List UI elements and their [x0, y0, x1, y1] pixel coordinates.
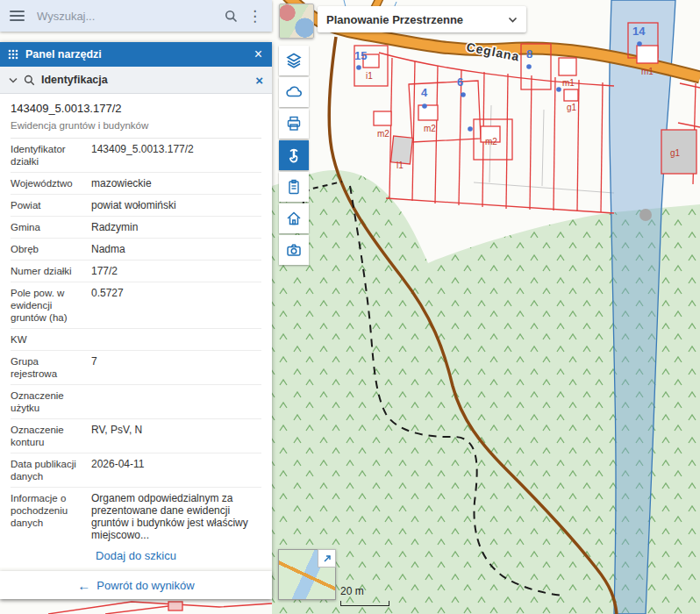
cloud-button[interactable]: [279, 77, 309, 107]
row-label: Data publikacji danych: [11, 458, 91, 482]
row-label: Oznaczenie użytku: [11, 389, 91, 414]
row-value: Radzymin: [91, 221, 261, 233]
building-label: m2: [424, 124, 436, 133]
table-row: Oznaczenie użytku: [11, 385, 261, 419]
chevron-down-icon: [508, 17, 518, 23]
scale-line: [340, 601, 389, 606]
table-row: Województwo mazowieckie: [11, 173, 261, 195]
map-toolbar: [279, 46, 309, 265]
building-label: m1: [562, 78, 575, 88]
cloud-icon: [285, 83, 303, 101]
layers-icon: [285, 52, 303, 69]
row-value: 177/2: [91, 265, 261, 277]
chevron-down-icon[interactable]: [9, 77, 18, 83]
building-label: g1: [567, 103, 577, 112]
address-number: 15: [354, 49, 367, 62]
row-label: Pole pow. w ewidencji gruntów (ha): [11, 287, 91, 324]
identify-tap-icon: [285, 146, 303, 164]
row-value: powiat wołomiński: [91, 199, 261, 211]
table-row: Grupa rejestrowa 7: [11, 351, 261, 385]
row-label: Oznaczenie konturu: [11, 424, 91, 448]
row-value: [91, 333, 261, 346]
camera-icon: [285, 241, 303, 259]
building-label: m2: [377, 129, 389, 139]
search-input[interactable]: [35, 9, 219, 24]
read-more-link[interactable]: Czytaj więcej: [91, 542, 261, 543]
identify-tool-icon: [24, 75, 35, 86]
row-label: Województwo: [11, 177, 91, 189]
building-label: i1: [396, 161, 404, 170]
basemap-thumbnail[interactable]: [279, 4, 314, 39]
survey-point: [639, 209, 652, 221]
scale-bar: 20 m: [340, 582, 389, 606]
row-value: Organem odpowiedzialnym za prezentowane …: [91, 492, 261, 543]
table-row: Data publikacji danych 2026-04-11: [11, 453, 261, 488]
more-options-icon[interactable]: ⋮: [243, 9, 272, 24]
building-label: m2: [485, 137, 497, 146]
table-row-origin: Informacje o pochodzeniu danych Organem …: [11, 488, 261, 543]
identification-close-icon[interactable]: ×: [255, 73, 263, 88]
printer-icon: [285, 115, 303, 132]
home-report-button[interactable]: [279, 203, 309, 233]
camera-button[interactable]: [279, 235, 309, 265]
building-label: i1: [366, 71, 373, 81]
panel-title: Panel narzędzi: [25, 48, 253, 61]
row-value: 2026-04-11: [91, 458, 261, 482]
report-button[interactable]: [279, 172, 309, 202]
row-value: 7: [91, 355, 261, 380]
overview-minimap[interactable]: [278, 549, 336, 600]
row-label: Identyfikator działki: [11, 143, 91, 168]
row-value: 0.5727: [91, 287, 261, 324]
back-arrow-icon: ←: [77, 578, 90, 593]
layer-dropdown-label: Planowanie Przestrzenne: [326, 13, 508, 26]
row-value: mazowieckie: [91, 177, 261, 189]
row-value: Nadma: [91, 243, 261, 255]
minimap-expand-button[interactable]: [318, 549, 336, 568]
house-icon: [285, 210, 303, 227]
building-label: m1: [641, 67, 654, 76]
address-number: 8: [526, 47, 532, 61]
identification-title: Identyfikacja: [41, 74, 255, 86]
tools-panel: Panel narzędzi × Identyfikacja × 143409_…: [0, 42, 272, 599]
clipboard-icon: [285, 178, 303, 196]
panel-header: Panel narzędzi ×: [0, 42, 272, 67]
address-number: 6: [457, 75, 463, 89]
identification-results: 143409_5.0013.177/2 Ewidencja gruntów i …: [0, 94, 272, 543]
add-to-sketch-button[interactable]: Dodaj do szkicu: [0, 543, 272, 568]
table-row: Gmina Radzymin: [11, 217, 261, 239]
search-icon[interactable]: [219, 10, 243, 23]
identification-header: Identyfikacja ×: [0, 67, 272, 94]
layer-dropdown[interactable]: Planowanie Przestrzenne: [318, 6, 526, 32]
table-row: Pole pow. w ewidencji gruntów (ha) 0.572…: [11, 282, 261, 329]
row-value: 143409_5.0013.177/2: [91, 143, 261, 168]
table-row: Obręb Nadma: [11, 239, 261, 261]
row-label: Numer działki: [11, 265, 91, 277]
row-label: Gmina: [11, 221, 91, 233]
table-row: Numer działki 177/2: [11, 261, 261, 282]
row-value: RV, PsV, N: [91, 424, 261, 448]
search-bar: ⋮: [0, 0, 272, 32]
row-label: KW: [11, 333, 91, 346]
panel-close-icon[interactable]: ×: [253, 47, 264, 61]
data-source-subtitle: Ewidencja gruntów i budynków: [11, 120, 261, 139]
table-row: KW: [11, 329, 261, 351]
address-number: 4: [421, 86, 428, 99]
print-button[interactable]: [279, 109, 309, 139]
back-to-results-button[interactable]: ← Powrót do wyników: [0, 571, 272, 599]
building-label: g1: [670, 148, 681, 158]
row-label: Obręb: [11, 243, 91, 255]
layers-button[interactable]: [279, 46, 309, 75]
row-label: Informacje o pochodzeniu danych: [11, 492, 91, 543]
row-value: [91, 389, 261, 414]
origin-text: Organem odpowiedzialnym za prezentowane …: [91, 492, 248, 541]
row-label: Grupa rejestrowa: [11, 355, 91, 380]
table-row: Powiat powiat wołomiński: [11, 195, 261, 217]
expand-icon: [322, 553, 332, 564]
grid-icon: [8, 49, 18, 60]
parcel-id-heading: 143409_5.0013.177/2: [11, 102, 261, 115]
scale-label: 20 m: [340, 585, 364, 597]
hamburger-menu-icon[interactable]: [10, 11, 25, 21]
address-number: 14: [632, 25, 646, 38]
table-row: Identyfikator działki 143409_5.0013.177/…: [11, 139, 261, 173]
identify-button[interactable]: [279, 140, 309, 170]
